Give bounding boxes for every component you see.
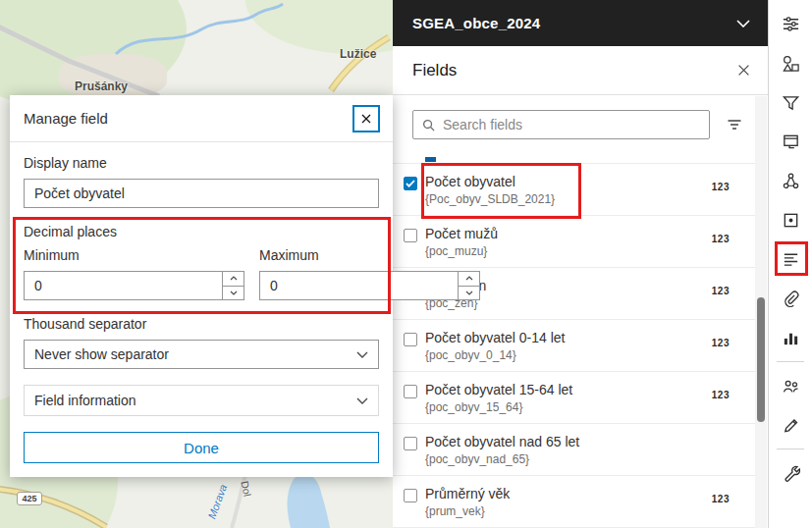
right-toolbar	[768, 0, 812, 528]
number-type-icon: 123	[712, 286, 730, 296]
field-checkbox[interactable]	[404, 229, 417, 242]
search-fields-box[interactable]	[412, 110, 710, 139]
display-name-label: Display name	[24, 155, 379, 171]
field-key: {poc_obyv_0_14}	[425, 348, 712, 363]
field-checkbox[interactable]	[404, 177, 417, 190]
minimum-stepper[interactable]	[24, 271, 244, 300]
chevron-down-icon	[356, 397, 368, 404]
toolbar-divider	[777, 361, 804, 362]
field-key: {prum_vek}	[425, 504, 712, 519]
field-key: {poc_obyv_15_64}	[425, 400, 712, 415]
field-list-item[interactable]: Průměrný věk {prum_vek} 123	[393, 476, 755, 528]
minimum-spin-buttons	[222, 272, 244, 299]
field-information-label: Field information	[34, 393, 136, 408]
number-type-icon: 123	[712, 494, 730, 504]
minimum-input[interactable]	[25, 272, 222, 299]
popups-icon[interactable]	[771, 122, 810, 161]
field-name: Počet obyvatel 0-14 let	[425, 330, 712, 346]
scrollbar-track[interactable]	[755, 96, 767, 528]
fields-panel-header: Fields	[393, 46, 768, 95]
dialog-title: Manage field	[24, 110, 108, 127]
sketch-icon[interactable]	[771, 405, 810, 445]
scrollbar-thumb[interactable]	[757, 297, 765, 422]
done-button[interactable]: Done	[24, 432, 379, 463]
thousand-separator-label: Thousand separator	[24, 316, 379, 332]
effects-icon[interactable]	[771, 200, 810, 239]
field-information-toggle[interactable]: Field information	[24, 385, 379, 416]
town-label-prusanky: Prušánky	[75, 79, 128, 93]
thousand-separator-select[interactable]: Never show separator	[24, 340, 379, 369]
search-input[interactable]	[443, 117, 701, 132]
layer-header[interactable]: SGEA_obce_2024	[393, 0, 768, 46]
fields-panel-title: Fields	[412, 61, 457, 80]
number-type-icon: 123	[712, 338, 730, 348]
road-shield: 425	[17, 492, 42, 505]
fields-list: Počet obyvatel {Poc_obyv_SLDB_2021} 123 …	[393, 147, 755, 528]
layer-title: SGEA_obce_2024	[412, 15, 540, 31]
maximum-input[interactable]	[260, 272, 458, 299]
number-type-icon: 123	[712, 390, 730, 400]
filter-icon[interactable]	[771, 82, 810, 122]
close-icon[interactable]	[735, 62, 752, 79]
field-list-item[interactable]: Počet obyvatel 0-14 let {poc_obyv_0_14} …	[393, 320, 755, 372]
decrement-icon[interactable]	[459, 287, 479, 300]
partial-row	[393, 147, 755, 164]
toolbar-divider	[777, 449, 804, 449]
decrement-icon[interactable]	[223, 287, 244, 300]
field-checkbox[interactable]	[404, 437, 417, 450]
manage-field-dialog: Manage field Display name Decimal places…	[10, 95, 393, 477]
field-checkbox[interactable]	[404, 333, 417, 346]
tools-icon[interactable]	[771, 453, 810, 493]
chevron-down-icon[interactable]	[736, 20, 750, 27]
field-list-item[interactable]: Počet obyvatel {Poc_obyv_SLDB_2021} 123	[393, 164, 755, 216]
dialog-body: Display name Decimal places Minimum	[10, 142, 393, 477]
close-icon[interactable]	[352, 105, 380, 132]
increment-icon[interactable]	[223, 272, 244, 287]
maximum-spin-buttons	[458, 272, 479, 299]
number-type-icon: 123	[712, 234, 730, 244]
chevron-down-icon	[356, 351, 368, 358]
decimal-places-label: Decimal places	[24, 224, 379, 239]
sort-icon[interactable]	[726, 116, 743, 133]
attachments-icon[interactable]	[771, 279, 810, 318]
fields-icon[interactable]	[771, 239, 810, 279]
field-checkbox[interactable]	[404, 489, 417, 502]
field-name: Počet mužů	[425, 226, 712, 242]
field-list-item[interactable]: Počet obyvatel nad 65 let {poc_obyv_nad_…	[393, 424, 755, 476]
field-key: {Poc_obyv_SLDB_2021}	[425, 192, 712, 207]
field-name: Počet obyvatel	[425, 174, 712, 190]
decimal-places-group: Minimum Maximum	[24, 247, 379, 300]
styles-icon[interactable]	[771, 43, 810, 82]
search-row	[393, 95, 768, 147]
sharing-icon[interactable]	[771, 366, 810, 405]
number-type-icon: 123	[712, 182, 730, 192]
properties-icon[interactable]	[771, 4, 810, 43]
field-list-item[interactable]: Počet obyvatel 15-64 let {poc_obyv_15_64…	[393, 372, 755, 424]
partial-row-fragment	[425, 157, 436, 162]
clustering-icon[interactable]	[771, 161, 810, 200]
minimum-label: Minimum	[24, 247, 244, 263]
dialog-header: Manage field	[10, 95, 393, 142]
maximum-label: Maximum	[259, 247, 480, 263]
maximum-stepper[interactable]	[259, 271, 480, 300]
selected-option: Never show separator	[34, 346, 169, 362]
field-name: Průměrný věk	[425, 486, 712, 502]
field-key: {poc_obyv_nad_65}	[425, 452, 730, 467]
field-name: Počet obyvatel 15-64 let	[425, 382, 712, 398]
increment-icon[interactable]	[459, 272, 479, 287]
charts-icon[interactable]	[771, 318, 810, 357]
display-name-input[interactable]	[24, 179, 379, 208]
checkmark-icon	[406, 180, 415, 187]
search-icon	[421, 118, 436, 132]
field-checkbox[interactable]	[404, 385, 417, 398]
field-name: Počet obyvatel nad 65 let	[425, 434, 730, 450]
town-label-luzice: Lužice	[340, 47, 376, 61]
